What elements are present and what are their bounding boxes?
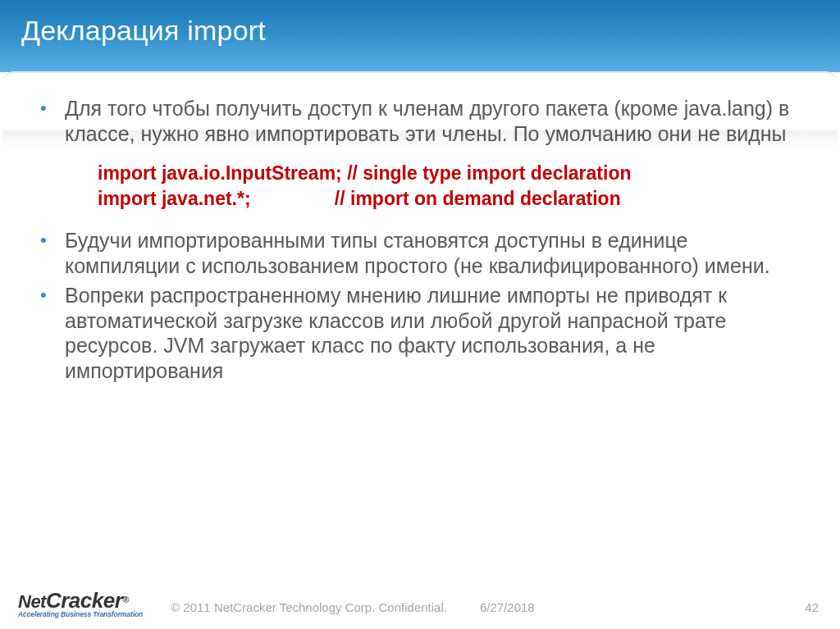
bullet-icon: • <box>40 228 65 278</box>
bullet-item: • Вопреки распространенному мнению лишни… <box>40 283 800 383</box>
slide: Декларация import • Для того чтобы получ… <box>0 0 840 629</box>
bullet-list: • Для того чтобы получить доступ к члена… <box>40 96 800 146</box>
bullet-list: • Будучи импортированными типы становятс… <box>40 228 800 383</box>
logo-text-cracker: Cracker <box>46 588 122 613</box>
code-line: import java.net.*; // import on demand d… <box>98 186 800 212</box>
slide-body: • Для того чтобы получить доступ к члена… <box>2 72 838 577</box>
slide-footer: NetCracker® Accelerating Business Transf… <box>0 583 840 629</box>
bullet-text: Будучи импортированными типы становятся … <box>65 228 800 278</box>
bullet-item: • Для того чтобы получить доступ к члена… <box>40 96 800 146</box>
logo-main: NetCracker® <box>18 590 143 611</box>
bullet-icon: • <box>40 96 65 146</box>
bullet-text: Вопреки распространенному мнению лишние … <box>65 283 800 383</box>
bullet-item: • Будучи импортированными типы становятс… <box>40 228 800 278</box>
logo-text-net: Net <box>18 591 46 612</box>
copyright-text: © 2011 NetCracker Technology Corp. Confi… <box>171 600 447 614</box>
code-line: import java.io.InputStream; // single ty… <box>98 161 800 186</box>
bullet-icon: • <box>40 283 65 383</box>
logo-tagline: Accelerating Business Transformation <box>18 611 143 618</box>
logo: NetCracker® Accelerating Business Transf… <box>18 590 143 618</box>
date-text: 6/27/2018 <box>480 600 535 614</box>
logo-registered-icon: ® <box>122 595 129 604</box>
page-number: 42 <box>805 600 819 614</box>
slide-title: Декларация import <box>21 15 840 47</box>
slide-header: Декларация import <box>0 0 840 72</box>
bullet-text: Для того чтобы получить доступ к членам … <box>65 96 800 146</box>
code-block: import java.io.InputStream; // single ty… <box>98 161 800 212</box>
